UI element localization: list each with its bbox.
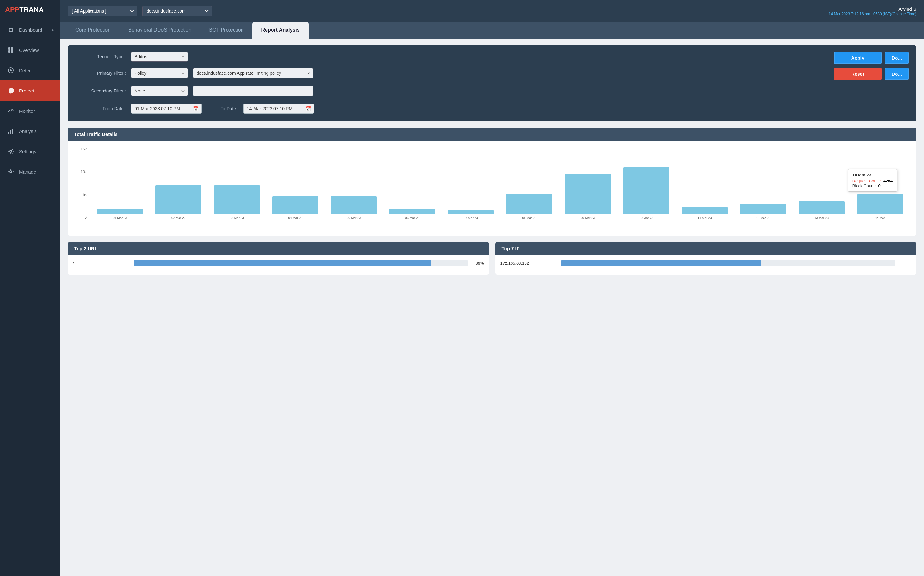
bar [506, 194, 552, 214]
tooltip-block-label: Block Count: [852, 183, 876, 188]
change-time-link[interactable]: Change Time [893, 12, 915, 16]
to-date-wrap: 📅 [243, 104, 314, 114]
bar-group[interactable]: 01 Mar 23 [91, 147, 149, 220]
request-type-select[interactable]: Bddos [131, 51, 188, 62]
bar-group[interactable]: 02 Mar 23 [150, 147, 207, 220]
svg-rect-3 [11, 50, 13, 53]
top-uri-header: Top 2 URI [68, 242, 489, 255]
bar [681, 207, 728, 214]
bar-x-label: 02 Mar 23 [171, 216, 185, 220]
to-date-input[interactable] [243, 104, 314, 114]
sidebar-item-label: Monitor [19, 108, 35, 114]
sidebar-item-overview[interactable]: Overview [0, 40, 60, 60]
top-header: [ All Applications ] docs.indusface.com … [60, 0, 924, 22]
from-date-input[interactable] [131, 104, 202, 114]
download-button-1[interactable]: Do... [885, 51, 909, 64]
bar [331, 196, 377, 215]
sidebar-item-label: Manage [19, 169, 36, 174]
tooltip-request-row: Request Count: 4264 [852, 179, 893, 183]
separator [321, 67, 321, 80]
date-row: From Date : 📅 To Date : 📅 [75, 102, 828, 115]
primary-filter-wide-select[interactable]: docs.indusface.com App rate limiting pol… [193, 68, 313, 78]
bar [857, 194, 903, 214]
bar [740, 203, 786, 215]
bars-container: 01 Mar 2302 Mar 2303 Mar 2304 Mar 2305 M… [90, 147, 910, 220]
sidebar-item-manage[interactable]: Manage [0, 162, 60, 182]
detect-icon [6, 66, 15, 75]
bar-group[interactable]: 08 Mar 23 [501, 147, 558, 220]
sidebar-item-detect[interactable]: Detect [0, 60, 60, 80]
bar-x-label: 04 Mar 23 [288, 216, 303, 220]
bar-x-label: 03 Mar 23 [230, 216, 244, 220]
tab-ddos-protection[interactable]: Behavioral DDoS Protection [119, 22, 200, 39]
svg-rect-1 [11, 48, 13, 50]
bar-x-label: 01 Mar 23 [113, 216, 127, 220]
content-area: Core Protection Behavioral DDoS Protecti… [60, 22, 924, 576]
bar-x-label: 14 Mar [875, 216, 885, 220]
tab-report-analysis[interactable]: Report Analysis [252, 22, 308, 39]
download-button-2[interactable]: Do... [885, 68, 909, 80]
page-content: Request Type : Bddos Primary Filter : Po… [60, 39, 924, 281]
uri-row-1: / 89% [73, 260, 484, 266]
primary-filter-row: Primary Filter : Policy docs.indusface.c… [75, 67, 828, 80]
protect-icon [6, 86, 15, 95]
bar-group[interactable]: 07 Mar 23 [442, 147, 500, 220]
svg-rect-2 [8, 50, 10, 53]
username: Arvind S [829, 6, 916, 12]
chart-y-axis: 15k 10k 5k 0 [74, 147, 87, 220]
to-date-label: To Date : [207, 106, 238, 111]
bar-x-label: 12 Mar 23 [756, 216, 770, 220]
reset-button[interactable]: Reset [834, 68, 882, 80]
svg-point-5 [10, 69, 12, 71]
domain-select[interactable]: docs.indusface.com [142, 6, 212, 16]
main-content: [ All Applications ] docs.indusface.com … [60, 0, 924, 576]
bar [389, 209, 435, 214]
sidebar-item-label: Dashboard [19, 27, 42, 33]
datetime-info: 14 Mar 2023 7:12:16 pm +0530 (IST)(Chang… [829, 12, 916, 16]
bar-group[interactable]: 03 Mar 23 [208, 147, 266, 220]
analysis-icon [6, 126, 15, 136]
apply-button[interactable]: Apply [834, 51, 882, 64]
secondary-filter-select[interactable]: None [131, 86, 188, 96]
svg-point-9 [10, 150, 12, 152]
uri-bar-fill-1 [134, 260, 431, 266]
sidebar-item-protect[interactable]: Protect [0, 80, 60, 101]
bar-group[interactable]: 11 Mar 23 [676, 147, 733, 220]
ip-row-1: 172.105.63.102 [501, 260, 912, 266]
bar-x-label: 07 Mar 23 [464, 216, 478, 220]
sidebar-item-dashboard[interactable]: ⊞ Dashboard « [0, 20, 60, 40]
bar-group[interactable]: 13 Mar 23 [793, 147, 851, 220]
bar-x-label: 05 Mar 23 [346, 216, 361, 220]
separator [322, 102, 322, 115]
sidebar-item-label: Settings [19, 149, 36, 154]
bar [448, 210, 493, 214]
settings-icon [6, 147, 15, 156]
grid-line-3 [90, 220, 910, 220]
sidebar-item-analysis[interactable]: Analysis [0, 121, 60, 141]
bar [799, 202, 844, 214]
bar-group[interactable]: 10 Mar 23 [617, 147, 675, 220]
header-right: Arvind S 14 Mar 2023 7:12:16 pm +0530 (I… [829, 6, 916, 16]
secondary-filter-input[interactable] [193, 86, 313, 96]
ip-bar-fill-1 [561, 260, 761, 266]
reset-row: Reset Do... [834, 68, 909, 80]
sidebar-item-monitor[interactable]: Monitor [0, 101, 60, 121]
bar-x-label: 10 Mar 23 [639, 216, 653, 220]
secondary-filter-row: Secondary Filter : None [75, 85, 828, 97]
bar [155, 185, 201, 214]
svg-rect-6 [8, 132, 10, 134]
bar [272, 196, 318, 215]
dashboard-icon: ⊞ [6, 25, 15, 34]
bar-group[interactable]: 04 Mar 23 [267, 147, 324, 220]
svg-rect-8 [12, 129, 13, 134]
ip-bar-bg-1 [561, 260, 895, 266]
bar-group[interactable]: 12 Mar 23 [734, 147, 792, 220]
all-applications-select[interactable]: [ All Applications ] [68, 6, 137, 16]
primary-filter-select[interactable]: Policy [131, 68, 188, 78]
tab-bot-protection[interactable]: BOT Protection [200, 22, 252, 39]
tab-core-protection[interactable]: Core Protection [67, 22, 119, 39]
bar-group[interactable]: 06 Mar 23 [384, 147, 441, 220]
bar-group[interactable]: 05 Mar 23 [325, 147, 383, 220]
bar-group[interactable]: 09 Mar 23 [559, 147, 617, 220]
sidebar-item-settings[interactable]: Settings [0, 141, 60, 162]
